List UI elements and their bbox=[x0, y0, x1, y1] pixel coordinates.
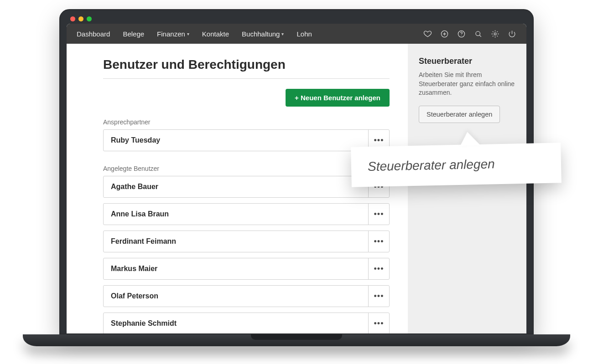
nav-right bbox=[423, 30, 516, 38]
heart-icon[interactable] bbox=[423, 30, 432, 38]
contact-section-label: Ansprechpartner bbox=[103, 118, 390, 126]
nav-buchhaltung[interactable]: Buchhaltung ▾ bbox=[242, 30, 284, 38]
page-body: Benutzer und Berechtigungen + Neuen Benu… bbox=[67, 44, 526, 333]
user-actions-button[interactable]: ••• bbox=[368, 258, 389, 279]
user-actions-button[interactable]: ••• bbox=[368, 231, 389, 252]
nav-left: Dashboard Belege Finanzen ▾ Kontakte Buc… bbox=[77, 30, 312, 38]
sidebar-description: Arbeiten Sie mit Ihrem Steuerberater gan… bbox=[419, 71, 515, 97]
more-icon: ••• bbox=[374, 292, 384, 301]
top-nav: Dashboard Belege Finanzen ▾ Kontakte Buc… bbox=[67, 24, 526, 44]
nav-buchhaltung-label: Buchhaltung bbox=[242, 30, 280, 38]
callout-tooltip: Steuerberater anlegen bbox=[351, 143, 562, 187]
user-row[interactable]: Olaf Peterson ••• bbox=[103, 285, 390, 307]
user-name: Ferdinant Feimann bbox=[104, 231, 368, 252]
nav-finanzen[interactable]: Finanzen ▾ bbox=[157, 30, 189, 38]
add-user-row: + Neuen Benutzer anlegen bbox=[103, 89, 390, 107]
plus-circle-icon[interactable] bbox=[440, 30, 449, 38]
search-icon[interactable] bbox=[474, 30, 483, 38]
create-steuerberater-button[interactable]: Steuerberater anlegen bbox=[419, 106, 500, 123]
window-titlebar bbox=[67, 16, 526, 24]
laptop-frame: Dashboard Belege Finanzen ▾ Kontakte Buc… bbox=[59, 9, 534, 346]
users-section-label: Angelegte Benutzer bbox=[103, 165, 390, 172]
user-name: Olaf Peterson bbox=[104, 286, 368, 307]
more-icon: ••• bbox=[374, 237, 384, 246]
nav-dashboard[interactable]: Dashboard bbox=[77, 30, 110, 38]
window-minimize-icon[interactable] bbox=[78, 16, 83, 21]
svg-point-4 bbox=[461, 35, 462, 36]
chevron-down-icon: ▾ bbox=[281, 31, 284, 36]
sidebar: Steuerberater Arbeiten Sie mit Ihrem Ste… bbox=[408, 44, 526, 333]
user-name: Agathe Bauer bbox=[104, 176, 368, 197]
laptop-base bbox=[23, 334, 570, 346]
user-row[interactable]: Ferdinant Feimann ••• bbox=[103, 231, 390, 252]
user-row[interactable]: Anne Lisa Braun ••• bbox=[103, 203, 390, 225]
power-icon[interactable] bbox=[508, 30, 516, 38]
user-actions-button[interactable]: ••• bbox=[368, 204, 389, 225]
chevron-down-icon: ▾ bbox=[187, 31, 189, 36]
window-close-icon[interactable] bbox=[70, 16, 75, 21]
nav-kontakte[interactable]: Kontakte bbox=[202, 30, 229, 38]
contact-name: Ruby Tuesday bbox=[104, 130, 368, 151]
user-row[interactable]: Stephanie Schmidt ••• bbox=[103, 313, 390, 333]
nav-lohn[interactable]: Lohn bbox=[296, 30, 312, 38]
sidebar-title: Steuerberater bbox=[419, 56, 515, 66]
more-icon: ••• bbox=[374, 210, 384, 219]
svg-point-7 bbox=[494, 33, 496, 35]
user-row[interactable]: Markus Maier ••• bbox=[103, 258, 390, 280]
nav-belege[interactable]: Belege bbox=[123, 30, 144, 38]
window-maximize-icon[interactable] bbox=[87, 16, 92, 21]
more-icon: ••• bbox=[374, 136, 384, 145]
help-icon[interactable] bbox=[457, 30, 466, 38]
main-column: Benutzer und Berechtigungen + Neuen Benu… bbox=[67, 44, 408, 333]
user-name: Stephanie Schmidt bbox=[104, 313, 368, 333]
user-name: Anne Lisa Braun bbox=[104, 204, 368, 225]
add-user-button[interactable]: + Neuen Benutzer anlegen bbox=[286, 89, 390, 107]
callout-text: Steuerberater anlegen bbox=[368, 157, 495, 174]
svg-line-6 bbox=[479, 35, 481, 37]
nav-finanzen-label: Finanzen bbox=[157, 30, 185, 38]
user-name: Markus Maier bbox=[104, 258, 368, 279]
svg-point-5 bbox=[476, 31, 480, 36]
user-actions-button[interactable]: ••• bbox=[368, 313, 389, 333]
gear-icon[interactable] bbox=[491, 30, 499, 38]
contact-row[interactable]: Ruby Tuesday ••• bbox=[103, 129, 390, 151]
user-row[interactable]: Agathe Bauer ••• bbox=[103, 176, 390, 198]
more-icon: ••• bbox=[374, 264, 384, 274]
more-icon: ••• bbox=[374, 319, 384, 328]
page-title: Benutzer und Berechtigungen bbox=[103, 57, 390, 79]
user-actions-button[interactable]: ••• bbox=[368, 286, 389, 307]
